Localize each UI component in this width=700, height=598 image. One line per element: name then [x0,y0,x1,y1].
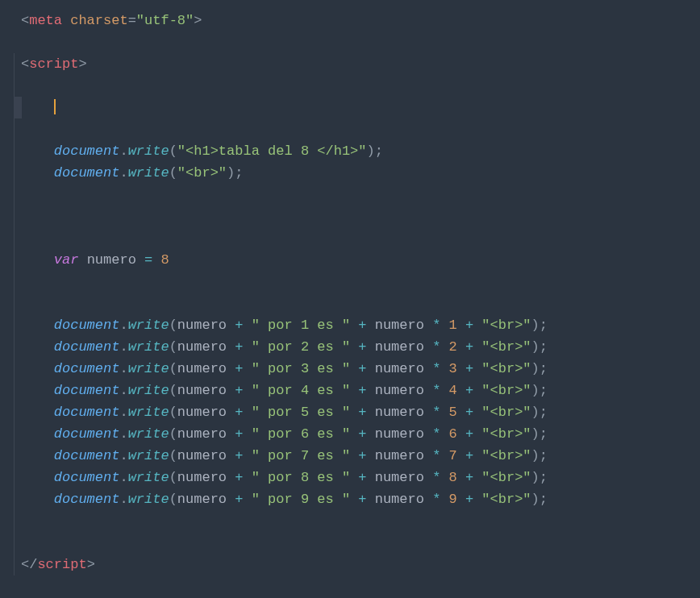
number: 9 [449,492,457,507]
identifier-numero: numero [375,383,424,398]
op-star: * [432,383,440,398]
op-plus: + [235,339,243,355]
identifier-document: document [54,318,120,333]
identifier-document: document [54,165,120,181]
number: 5 [449,405,457,420]
string-br: "<br>" [481,492,531,507]
paren-close: ) [227,165,235,181]
paren-close: ) [531,470,540,485]
paren-close: ) [531,448,540,463]
code-line[interactable] [21,184,700,206]
op-plus: + [465,318,473,333]
number: 7 [449,448,457,463]
dot: . [119,426,127,442]
code-line[interactable] [21,227,700,249]
semicolon: ; [375,143,383,159]
code-line[interactable]: <script> [21,53,700,75]
op-plus: + [358,361,366,376]
code-line[interactable] [21,510,700,532]
code-line[interactable]: document.write(numero + " por 2 es " + n… [21,336,700,358]
code-line[interactable] [21,118,700,140]
identifier-numero: numero [375,448,424,463]
op-plus: + [235,318,243,333]
code-line[interactable] [21,293,700,314]
identifier-numero: numero [375,426,424,442]
code-line[interactable]: document.write(numero + " por 3 es " + n… [21,358,700,380]
semicolon: ; [540,470,548,485]
attr-charset: charset [70,13,127,28]
code-line[interactable]: document.write("<br>"); [21,162,700,184]
paren-open: ( [169,492,177,507]
dot: . [119,143,127,159]
code-line[interactable] [21,271,700,293]
string-por: " por 7 es " [252,448,350,463]
op-star: * [432,426,440,442]
code-line[interactable]: document.write(numero + " por 9 es " + n… [21,488,700,510]
space [62,13,70,28]
paren-open: ( [169,361,177,376]
code-line[interactable] [21,206,700,227]
dot: . [119,339,127,355]
identifier-numero: numero [375,470,424,485]
code-line[interactable]: document.write(numero + " por 1 es " + n… [21,314,700,336]
code-line[interactable] [21,31,700,53]
indent [21,492,54,507]
space [136,252,144,268]
space [78,252,86,268]
op-plus: + [358,426,366,442]
code-line[interactable]: document.write("<h1>tabla del 8 </h1>"); [21,140,700,162]
angle-close: > [194,13,202,28]
indent [21,339,54,355]
op-plus: + [358,383,366,398]
identifier-numero: numero [375,339,424,355]
semicolon: ; [540,383,548,398]
identifier-numero: numero [177,492,227,507]
code-line[interactable]: document.write(numero + " por 8 es " + n… [21,467,700,488]
paren-open: ( [169,405,177,420]
paren-close: ) [531,318,540,333]
angle-open: < [21,13,29,28]
string-br: "<br>" [481,318,531,333]
string-br: "<br>" [481,470,531,485]
number: 3 [449,361,457,376]
op-star: * [432,318,440,333]
op-plus: + [465,405,473,420]
op-plus: + [358,405,366,420]
paren-open: ( [169,143,177,159]
dot: . [119,318,127,333]
number: 6 [449,426,457,442]
code-line[interactable]: <meta charset="utf-8"> [21,10,700,31]
op-plus: + [235,470,243,485]
method-write: write [128,492,169,507]
semicolon: ; [540,448,548,463]
tag-script: script [37,557,86,572]
code-editor[interactable]: <meta charset="utf-8"> <script> document… [0,10,700,575]
code-line[interactable]: var numero = 8 [21,249,700,271]
string-br: "<br>" [481,426,531,442]
string-por: " por 8 es " [252,470,350,485]
paren-open: ( [169,470,177,485]
paren-open: ( [169,383,177,398]
paren-close: ) [531,383,540,398]
code-line[interactable]: </script> [21,554,700,575]
code-line[interactable] [21,97,700,118]
code-line[interactable]: document.write(numero + " por 6 es " + n… [21,423,700,445]
op-plus: + [358,492,366,507]
paren-open: ( [169,339,177,355]
string-utf8: "utf-8" [136,13,194,28]
indent-guide [14,53,15,575]
code-line[interactable]: document.write(numero + " por 5 es " + n… [21,401,700,423]
semicolon: ; [540,339,548,355]
semicolon: ; [540,426,548,442]
identifier-numero: numero [177,339,227,355]
code-line[interactable] [21,75,700,97]
code-line[interactable]: document.write(numero + " por 4 es " + n… [21,380,700,401]
indent [21,448,54,463]
code-line[interactable]: document.write(numero + " por 7 es " + n… [21,445,700,467]
method-write: write [128,426,169,442]
indent [21,100,54,115]
code-line[interactable] [21,532,700,554]
paren-close: ) [531,492,540,507]
angle-close: > [87,557,95,572]
method-write: write [128,361,169,376]
